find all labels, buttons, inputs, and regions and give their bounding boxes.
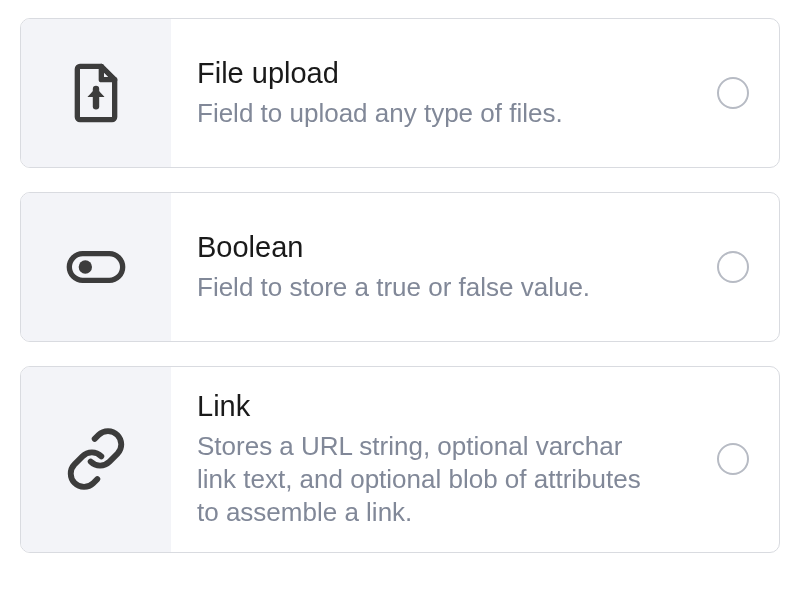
field-description: Field to upload any type of files. — [197, 97, 667, 130]
field-text-block: File upload Field to upload any type of … — [171, 34, 717, 152]
field-description: Field to store a true or false value. — [197, 271, 667, 304]
toggle-icon — [21, 193, 171, 341]
link-icon — [21, 367, 171, 552]
field-title: File upload — [197, 56, 701, 91]
field-option-boolean[interactable]: Boolean Field to store a true or false v… — [20, 192, 780, 342]
svg-marker-0 — [87, 88, 104, 97]
file-upload-icon — [21, 19, 171, 167]
field-title: Link — [197, 389, 701, 424]
field-option-file-upload[interactable]: File upload Field to upload any type of … — [20, 18, 780, 168]
svg-rect-1 — [69, 254, 122, 281]
field-text-block: Link Stores a URL string, optional varch… — [171, 367, 717, 552]
field-description: Stores a URL string, optional varchar li… — [197, 430, 667, 530]
field-type-list: File upload Field to upload any type of … — [20, 18, 780, 553]
radio-unselected[interactable] — [717, 251, 749, 283]
field-option-link[interactable]: Link Stores a URL string, optional varch… — [20, 366, 780, 553]
radio-unselected[interactable] — [717, 443, 749, 475]
svg-point-2 — [79, 260, 92, 273]
field-title: Boolean — [197, 230, 701, 265]
radio-unselected[interactable] — [717, 77, 749, 109]
field-text-block: Boolean Field to store a true or false v… — [171, 208, 717, 326]
